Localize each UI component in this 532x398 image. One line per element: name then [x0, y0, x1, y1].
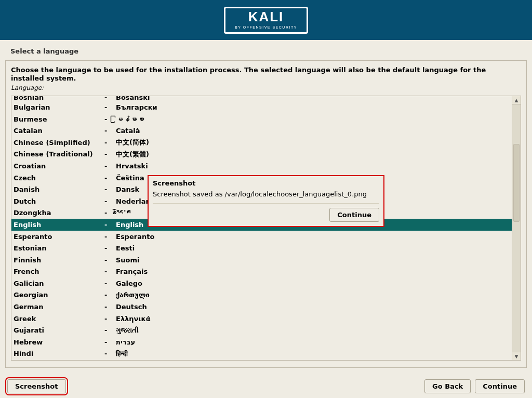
- scrollbar[interactable]: ▲ ▼: [512, 96, 521, 360]
- language-name: Chinese (Simplified): [14, 139, 104, 147]
- language-row[interactable]: Hebrew-עברית: [11, 336, 512, 348]
- language-row[interactable]: Esperanto-Esperanto: [11, 231, 512, 243]
- separator: -: [104, 174, 116, 182]
- language-row[interactable]: German-Deutsch: [11, 301, 512, 313]
- language-row[interactable]: Gujarati-ગુજરાતી: [11, 324, 512, 336]
- language-name: Croatian: [14, 162, 104, 170]
- installer-header: KALI BY OFFENSIVE SECURITY: [0, 0, 532, 40]
- language-native: ગુજરાતી: [116, 326, 512, 335]
- language-native: Galego: [116, 280, 512, 287]
- language-native: Français: [116, 268, 512, 275]
- language-native: မြန်မာစာ: [116, 115, 512, 123]
- separator: -: [104, 280, 116, 287]
- language-name: Hindi: [14, 350, 104, 357]
- logo-text: KALI: [235, 10, 297, 23]
- page-title: Select a language: [0, 40, 532, 60]
- language-row[interactable]: Croatian-Hrvatski: [11, 160, 512, 172]
- separator: -: [104, 139, 116, 147]
- dialog-continue-button[interactable]: Continue: [329, 208, 379, 222]
- separator: -: [104, 221, 116, 229]
- language-name: Catalan: [14, 127, 104, 135]
- language-native: עברית: [116, 338, 512, 346]
- language-name: German: [14, 303, 104, 311]
- language-row[interactable]: Chinese (Simplified)-中文(简体): [11, 137, 512, 149]
- language-label: Language:: [11, 84, 521, 91]
- language-name: Esperanto: [14, 233, 104, 241]
- language-native: Català: [116, 127, 512, 135]
- language-row[interactable]: Bulgarian-Български: [11, 101, 512, 113]
- separator: -: [104, 209, 116, 217]
- language-name: Estonian: [14, 244, 104, 252]
- scroll-down-icon[interactable]: ▼: [512, 352, 521, 360]
- language-native: Hrvatski: [116, 162, 512, 170]
- language-name: English: [14, 221, 104, 229]
- language-row[interactable]: Galician-Galego: [11, 277, 512, 289]
- separator: -: [104, 115, 116, 123]
- separator: -: [104, 162, 116, 170]
- language-row[interactable]: Bosnian-Bosanski: [11, 96, 512, 101]
- language-native: 中文(繁體): [116, 150, 512, 159]
- language-row[interactable]: Finnish-Suomi: [11, 254, 512, 266]
- language-row[interactable]: Chinese (Traditional)-中文(繁體): [11, 149, 512, 161]
- screenshot-button[interactable]: Screenshot: [7, 379, 66, 393]
- language-name: French: [14, 268, 104, 275]
- separator: -: [104, 197, 116, 205]
- language-name: Dutch: [14, 197, 104, 205]
- separator: -: [104, 326, 116, 334]
- language-name: Georgian: [14, 291, 104, 299]
- language-row[interactable]: Catalan-Català: [11, 125, 512, 137]
- screenshot-dialog: Screenshot Screenshot saved as /var/log/…: [148, 175, 384, 227]
- separator: -: [104, 291, 116, 299]
- language-name: Chinese (Traditional): [14, 150, 104, 158]
- language-native: Bosanski: [116, 96, 512, 101]
- go-back-button[interactable]: Go Back: [424, 379, 471, 393]
- dialog-separator: [153, 203, 379, 204]
- separator: -: [104, 150, 116, 158]
- language-native: Български: [116, 103, 512, 111]
- language-name: Bosnian: [14, 96, 104, 101]
- separator: -: [104, 96, 116, 101]
- language-native: Esperanto: [116, 233, 512, 241]
- language-native: Deutsch: [116, 303, 512, 311]
- logo-subtitle: BY OFFENSIVE SECURITY: [235, 25, 297, 29]
- dialog-title: Screenshot: [153, 179, 379, 187]
- language-native: Suomi: [116, 256, 512, 264]
- language-name: Czech: [14, 174, 104, 182]
- language-row[interactable]: Georgian-ქართული: [11, 289, 512, 301]
- language-native: ქართული: [116, 291, 512, 299]
- separator: -: [104, 350, 116, 357]
- language-row[interactable]: Burmese-မြန်မာစာ: [11, 113, 512, 125]
- language-native: 中文(简体): [116, 138, 512, 147]
- separator: -: [104, 256, 116, 264]
- language-native: Ελληνικά: [116, 315, 512, 323]
- separator: -: [104, 185, 116, 193]
- kali-logo: KALI BY OFFENSIVE SECURITY: [224, 7, 308, 34]
- language-name: Danish: [14, 185, 104, 193]
- footer-bar: Screenshot Go Back Continue: [0, 374, 532, 398]
- separator: -: [104, 338, 116, 346]
- language-row[interactable]: Estonian-Eesti: [11, 242, 512, 254]
- language-name: Hebrew: [14, 338, 104, 346]
- separator: -: [104, 127, 116, 135]
- continue-button[interactable]: Continue: [475, 379, 525, 393]
- language-name: Galician: [14, 280, 104, 287]
- language-native: हिन्दी: [116, 350, 512, 358]
- language-row[interactable]: Hindi-हिन्दी: [11, 348, 512, 360]
- language-list-container: Bosnian-BosanskiBulgarian-БългарскиBurme…: [11, 96, 521, 361]
- language-name: Dzongkha: [14, 209, 104, 217]
- instruction-text: Choose the language to be used for the i…: [11, 66, 521, 82]
- language-row[interactable]: Greek-Ελληνικά: [11, 313, 512, 325]
- dialog-message: Screenshot saved as /var/log/localechoos…: [153, 190, 379, 198]
- language-list[interactable]: Bosnian-BosanskiBulgarian-БългарскиBurme…: [11, 96, 512, 360]
- language-name: Gujarati: [14, 326, 104, 334]
- language-row[interactable]: French-Français: [11, 266, 512, 278]
- separator: -: [104, 315, 116, 323]
- language-name: Burmese: [14, 115, 104, 123]
- separator: -: [104, 233, 116, 241]
- language-name: Bulgarian: [14, 103, 104, 111]
- language-native: Eesti: [116, 244, 512, 252]
- separator: -: [104, 244, 116, 252]
- language-name: Finnish: [14, 256, 104, 264]
- scroll-thumb[interactable]: [513, 144, 520, 222]
- scroll-up-icon[interactable]: ▲: [512, 96, 521, 104]
